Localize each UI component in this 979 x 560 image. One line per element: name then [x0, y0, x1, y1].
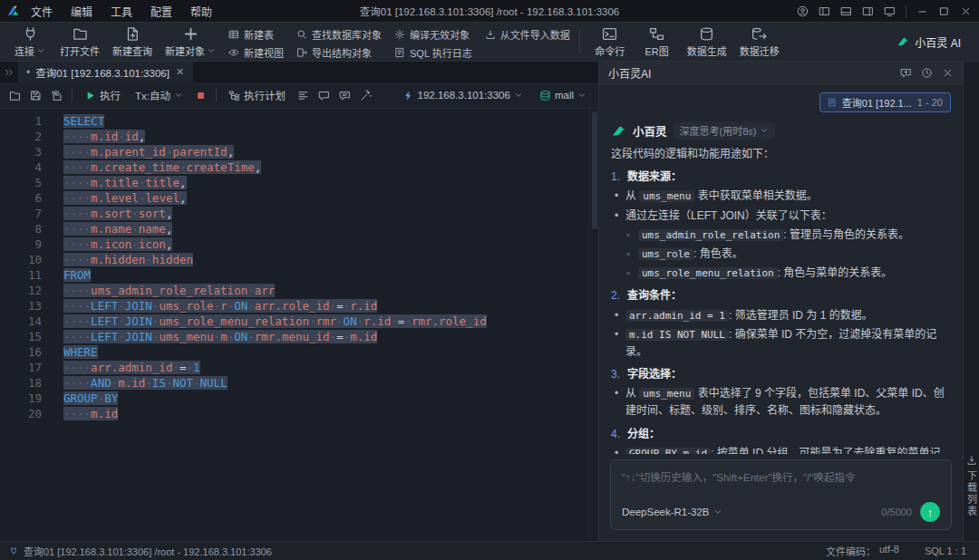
tab-list-icon[interactable] — [4, 67, 15, 78]
toolbar-small-button[interactable]: 导出结构对象 — [296, 45, 382, 60]
comment-icon[interactable] — [318, 90, 330, 101]
code-token: WHERE — [63, 345, 98, 359]
menu-item[interactable]: 帮助 — [181, 2, 221, 21]
format-sql-icon[interactable] — [297, 90, 309, 101]
folder-icon — [73, 26, 88, 42]
save-all-icon[interactable] — [51, 90, 63, 101]
context-chip[interactable]: 查询01 [192.1... 1 - 20 — [819, 92, 951, 112]
toolbar-button[interactable]: 数据生成 — [683, 24, 731, 60]
monitor-icon[interactable] — [884, 5, 896, 17]
inline-code: m.id IS NOT NULL — [625, 329, 729, 341]
toolbar-button[interactable]: ER图 — [636, 24, 678, 60]
close-panel-icon[interactable] — [942, 67, 954, 79]
tab-query01[interactable]: • 查询01 [192.168.3.101:3306] ✕ — [18, 62, 193, 82]
text-run: 表中获取菜单相关数据。 — [694, 189, 817, 202]
caret-icon — [36, 46, 45, 55]
menu-item[interactable]: 文件 — [22, 2, 62, 21]
toolbar-right-group: 命令行ER图数据生成数据迁移 — [589, 24, 783, 60]
editor-scrollbar[interactable] — [589, 109, 598, 541]
code-token: rmr.role_id — [412, 314, 487, 328]
selection-highlight: ····m.id — [63, 407, 118, 420]
menu-item[interactable]: 编辑 — [62, 2, 102, 21]
user-account-icon[interactable] — [797, 5, 809, 17]
line-number: 3 — [0, 144, 42, 159]
inline-code: arr.admin_id = 1 — [625, 310, 729, 322]
chat-li1: m.id IS NOT NULL: 确保菜单 ID 不为空，过滤掉没有菜单的记录… — [611, 326, 951, 361]
code-line: ····m.sort·sort, — [63, 206, 589, 221]
thinking-label: 深度思考(用时8s) — [680, 123, 757, 138]
table-icon — [228, 29, 239, 40]
database-label: mall — [555, 90, 574, 101]
code-token: ···· — [63, 160, 91, 174]
code-token: m.id — [91, 407, 118, 420]
thinking-toggle[interactable]: 深度思考(用时8s) — [674, 121, 776, 140]
layout-right-icon[interactable] — [862, 5, 874, 17]
transaction-mode-button[interactable]: Tx:自动 — [132, 86, 186, 104]
code-token: ···· — [63, 299, 91, 313]
toolbar-button[interactable]: 命令行 — [589, 24, 631, 60]
toolbar-small-button[interactable]: 新建表 — [228, 27, 284, 42]
database-selector[interactable]: mall — [537, 88, 589, 103]
code-line: ····m.level·level, — [63, 190, 589, 206]
layout-bottom-icon[interactable] — [840, 5, 852, 17]
send-button[interactable]: ↑ — [920, 502, 940, 522]
comment-block-icon[interactable] — [339, 90, 351, 101]
ai-assistant-button[interactable]: 小百灵 AI — [887, 31, 970, 53]
sql-cursor-position[interactable]: SQL 1 : 1 — [925, 546, 966, 556]
inline-code: ums_menu — [639, 190, 694, 202]
beautify-icon[interactable] — [360, 90, 372, 101]
close-window-button[interactable] — [960, 5, 972, 17]
toolbar-button[interactable]: 数据迁移 — [736, 24, 783, 60]
stop-button[interactable] — [195, 90, 207, 101]
chevron-down-icon — [760, 126, 769, 135]
model-selector[interactable]: DeepSeek-R1-32B — [622, 507, 722, 517]
maximize-button[interactable] — [938, 5, 950, 17]
toolbar-small-button[interactable]: 新建视图 — [228, 45, 284, 60]
line-number: 2 — [0, 129, 42, 144]
toolbar-button[interactable]: 连接 — [9, 24, 51, 60]
chat-li2: ums_role: 角色表。 — [611, 246, 951, 263]
menu-item[interactable]: 工具 — [102, 2, 141, 21]
toolbar-small-button[interactable]: SQL 执行日志 — [394, 45, 472, 60]
download-icon — [966, 455, 977, 466]
run-button[interactable]: 执行 — [82, 86, 123, 104]
toolbar-small-label: 查找数据库对象 — [312, 27, 382, 42]
explain-plan-button[interactable]: 执行计划 — [226, 86, 288, 104]
code-token: , — [255, 160, 262, 174]
scrollbar-thumb[interactable] — [592, 111, 597, 229]
code-line: ····m.title·title, — [63, 175, 589, 190]
code-token: m.sort — [91, 207, 131, 220]
code-token: = — [336, 299, 344, 313]
toolbar-small-button[interactable]: 从文件导入数据 — [485, 27, 570, 42]
layout-left-icon[interactable] — [819, 5, 830, 17]
toolbar-button[interactable]: 新建对象 — [161, 24, 219, 60]
code-token: · — [330, 299, 337, 313]
download-list-tab[interactable]: 下载列表 — [964, 455, 979, 517]
sql-editor[interactable]: 1234567891011121314151617181920 SELECT··… — [0, 109, 598, 541]
menu-item[interactable]: 配置 — [141, 2, 181, 21]
open-file-icon[interactable] — [9, 90, 21, 101]
code-area[interactable]: SELECT····m.id·id,····m.parent_id·parent… — [51, 109, 589, 541]
new-chat-icon[interactable] — [900, 67, 912, 79]
transaction-mode-label: Tx:自动 — [135, 88, 170, 102]
chat-input-box[interactable]: "↑↓"切换历史输入，"Shift+Enter"换行，"/"唤起指令 DeepS… — [610, 459, 952, 530]
toolbar-small-button[interactable]: 查找数据库对象 — [296, 27, 382, 42]
minimize-button[interactable] — [916, 5, 928, 17]
tab-close-icon[interactable]: ✕ — [175, 66, 185, 78]
text-run: : 筛选管理员 ID 为 1 的数据。 — [729, 309, 873, 322]
selection-highlight: ····AND·m.id·IS·NOT·NULL — [63, 376, 228, 390]
code-token: ···· — [63, 284, 91, 297]
code-token: · — [118, 330, 125, 343]
toolbar-button[interactable]: 新建查询 — [109, 24, 156, 60]
toolbar-button-label: 数据生成 — [687, 43, 727, 58]
toolbar-button[interactable]: 打开文件 — [56, 24, 103, 60]
line-number: 8 — [0, 221, 42, 237]
toolbar-small-button[interactable]: 编译无效对象 — [394, 27, 472, 42]
chat-history-icon[interactable] — [921, 67, 933, 79]
file-encoding[interactable]: 文件编码： utf-8 — [826, 544, 899, 558]
connection-selector[interactable]: 192.168.3.101:3306 — [400, 88, 526, 103]
text-run: 字段选择： — [627, 368, 682, 381]
save-icon[interactable] — [30, 90, 42, 101]
file-icon — [828, 98, 837, 107]
chat-text: 数据来源： — [627, 169, 682, 186]
